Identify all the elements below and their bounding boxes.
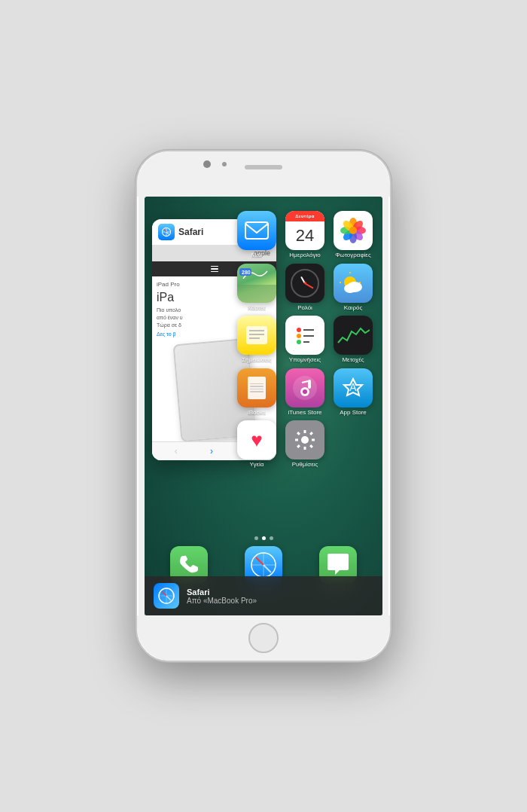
app-item-calendar[interactable]: Δευτέρα 24 Ημερολόγιο (283, 211, 327, 259)
svg-point-14 (349, 227, 357, 234)
app-item-notes[interactable]: Σημειώσεις (235, 316, 279, 364)
photos-icon (334, 211, 373, 250)
settings-label: Ρυθμίσεις (292, 461, 318, 469)
appstore-icon: A (334, 368, 373, 408)
notes-icon (237, 316, 276, 355)
itunes-icon (285, 368, 324, 408)
health-icon: ♥ (237, 420, 276, 459)
maps-label: Χάρτες (248, 304, 267, 312)
svg-point-24 (344, 284, 356, 293)
svg-line-4 (166, 232, 169, 235)
svg-point-31 (297, 340, 301, 344)
home-button[interactable] (248, 623, 279, 653)
svg-rect-25 (246, 326, 267, 344)
svg-line-45 (256, 557, 264, 565)
svg-text:A: A (349, 381, 357, 393)
notification-text: Safari Από «MacBook Pro» (187, 588, 257, 605)
app-item-reminders[interactable]: Υπομνήσεις (283, 316, 327, 364)
svg-text:280: 280 (242, 270, 251, 275)
svg-rect-38 (308, 380, 311, 389)
page-dots (145, 536, 382, 540)
app-item-itunes[interactable]: iTunes Store (283, 368, 327, 417)
calendar-day: Δευτέρα (295, 214, 315, 218)
settings-icon (285, 420, 324, 459)
calendar-date: 24 (296, 227, 314, 244)
safari-app-icon (158, 224, 175, 240)
notes-label: Σημειώσεις (242, 356, 272, 364)
mail-icon (237, 211, 276, 250)
svg-rect-5 (245, 222, 268, 239)
calendar-icon: Δευτέρα 24 (285, 211, 324, 250)
stocks-label: Μετοχές (342, 356, 364, 364)
reminders-label: Υπομνήσεις (289, 356, 321, 364)
dot-2 (262, 536, 266, 540)
clock-face (291, 269, 319, 298)
app-grid: Mail Δευτέρα 24 Ημερολόγιο (232, 208, 379, 472)
svg-point-37 (303, 389, 307, 394)
dot-3 (270, 536, 273, 540)
svg-point-29 (297, 328, 301, 332)
app-item-maps[interactable]: 280 Χάρτες (235, 264, 279, 312)
weather-icon (334, 264, 373, 303)
ibooks-label: iBooks (248, 409, 266, 417)
appstore-label: App Store (340, 409, 367, 417)
front-camera (203, 160, 211, 168)
svg-rect-15 (237, 285, 276, 303)
svg-point-41 (301, 436, 309, 444)
sensor (222, 162, 227, 166)
clock-label: Ρολόι (297, 304, 312, 312)
clock-center (304, 282, 306, 284)
heart-symbol: ♥ (251, 429, 262, 452)
stocks-icon (334, 316, 373, 355)
weather-label: Καιρός (344, 304, 363, 312)
ibooks-icon (237, 368, 276, 408)
bottom-notification[interactable]: Safari Από «MacBook Pro» (145, 576, 382, 615)
forward-button[interactable]: › (210, 446, 213, 456)
phone-bottom-bar (137, 615, 390, 661)
app-item-appstore[interactable]: A App Store (331, 368, 375, 417)
back-button[interactable]: ‹ (175, 446, 178, 456)
app-item-stocks[interactable]: Μετοχές (331, 316, 375, 364)
calendar-top: Δευτέρα (285, 211, 324, 221)
phone-device: Safari apple iPad Pro iPa Πιο υπολο από … (136, 150, 391, 662)
photos-label: Φωτογραφίες (335, 252, 371, 259)
dot-1 (254, 536, 258, 540)
svg-point-30 (297, 334, 301, 338)
reminders-icon (285, 316, 324, 355)
itunes-label: iTunes Store (288, 409, 321, 417)
hamburger-icon (211, 266, 218, 273)
app-item-ibooks[interactable]: iBooks (235, 368, 279, 417)
app-item-mail[interactable]: Mail (235, 211, 279, 259)
app-grid-inner: Mail Δευτέρα 24 Ημερολόγιο (232, 208, 379, 472)
svg-line-51 (166, 596, 171, 600)
app-item-photos[interactable]: Φωτογραφίες (331, 211, 375, 259)
speaker (245, 165, 282, 169)
notification-subtitle: Από «MacBook Pro» (187, 597, 257, 605)
app-item-health[interactable]: ♥ Υγεία (235, 420, 279, 469)
svg-line-50 (162, 591, 166, 596)
calendar-label: Ημερολόγιο (289, 252, 320, 259)
app-item-clock[interactable]: Ρολόι (283, 264, 327, 312)
mail-label: Mail (251, 252, 263, 259)
clock-icon (285, 264, 324, 303)
svg-line-3 (164, 230, 167, 233)
card-app-name: Safari (178, 227, 203, 237)
calendar-bottom: 24 (285, 221, 324, 250)
health-label: Υγεία (250, 461, 264, 469)
app-item-settings[interactable]: Ρυθμίσεις (283, 420, 327, 469)
notification-icon (154, 583, 179, 609)
screen: Safari apple iPad Pro iPa Πιο υπολο από … (145, 197, 382, 615)
phone-top-bar (137, 151, 390, 197)
notification-title: Safari (187, 588, 257, 597)
svg-line-46 (264, 565, 271, 572)
maps-icon: 280 (237, 264, 276, 303)
app-item-weather[interactable]: Καιρός (331, 264, 375, 312)
